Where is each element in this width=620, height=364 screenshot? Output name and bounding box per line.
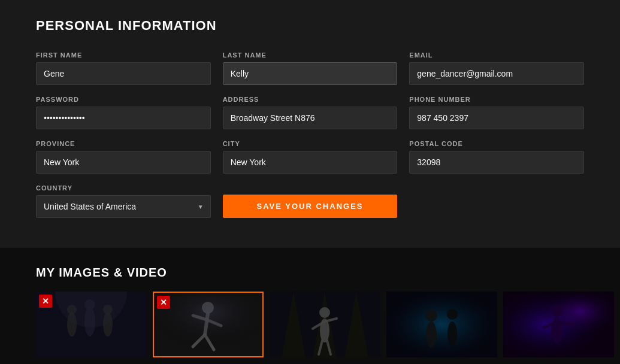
svg-point-31 <box>447 321 457 345</box>
media-thumb-3 <box>270 292 380 357</box>
svg-point-28 <box>425 310 437 321</box>
province-label: PROVINCE <box>36 140 211 147</box>
delete-button-1[interactable]: ✕ <box>39 295 52 308</box>
password-label: PASSWORD <box>36 96 211 103</box>
form-grid: FIRST NAME LAST NAME EMAIL PASSWORD ADDR… <box>36 51 584 218</box>
province-group: PROVINCE <box>36 140 211 174</box>
media-thumb-4 <box>386 292 497 357</box>
last-name-label: LAST NAME <box>223 51 398 59</box>
media-thumb-1-image <box>36 292 147 357</box>
svg-rect-15 <box>154 293 264 357</box>
media-thumb-3-image <box>270 292 380 357</box>
media-thumb-2-image <box>154 293 264 357</box>
media-section: MY IMAGES & VIDEO ✕ ✕ <box>0 248 620 364</box>
empty-cell <box>409 184 584 218</box>
address-input[interactable] <box>223 107 398 129</box>
postal-code-input[interactable] <box>409 151 584 174</box>
personal-info-section: PERSONAL INFORMATION FIRST NAME LAST NAM… <box>0 0 620 248</box>
media-thumb-5 <box>503 292 614 357</box>
email-label: EMAIL <box>409 51 584 59</box>
address-label: ADDRESS <box>223 96 398 103</box>
first-name-group: FIRST NAME <box>36 51 211 85</box>
phone-label: PHONE NUMBER <box>409 96 584 103</box>
delete-button-2[interactable]: ✕ <box>157 296 170 309</box>
phone-input[interactable] <box>409 107 584 129</box>
svg-point-35 <box>551 305 563 317</box>
media-thumb-4-image <box>386 292 497 357</box>
email-input[interactable] <box>409 62 584 85</box>
media-thumb-2: ✕ <box>153 292 264 357</box>
city-label: CITY <box>223 140 398 147</box>
svg-point-20 <box>319 307 330 318</box>
last-name-group: LAST NAME <box>223 51 398 85</box>
media-thumb-1: ✕ <box>36 292 147 357</box>
save-button-group: SAVE YOUR CHANGES <box>223 184 398 218</box>
province-input[interactable] <box>36 151 211 174</box>
section-title: PERSONAL INFORMATION <box>36 18 584 34</box>
country-label: COUNTRY <box>36 184 211 192</box>
postal-code-label: POSTAL CODE <box>409 140 584 147</box>
phone-group: PHONE NUMBER <box>409 96 584 129</box>
password-group: PASSWORD <box>36 96 211 129</box>
last-name-input[interactable] <box>223 62 398 85</box>
postal-code-group: POSTAL CODE <box>409 140 584 174</box>
password-input[interactable] <box>36 107 211 129</box>
first-name-label: FIRST NAME <box>36 51 211 59</box>
media-grid: ✕ ✕ <box>36 292 584 357</box>
media-section-title: MY IMAGES & VIDEO <box>36 266 584 280</box>
email-group: EMAIL <box>409 51 584 85</box>
save-changes-button[interactable]: SAVE YOUR CHANGES <box>223 195 398 218</box>
country-select[interactable]: United States of America Canada United K… <box>36 195 211 218</box>
first-name-input[interactable] <box>36 62 211 85</box>
svg-point-30 <box>447 309 458 320</box>
country-group: COUNTRY United States of America Canada … <box>36 184 211 218</box>
city-input[interactable] <box>223 151 398 174</box>
svg-rect-27 <box>386 292 497 357</box>
media-thumb-5-image <box>503 292 614 357</box>
svg-point-29 <box>426 321 437 348</box>
city-group: CITY <box>223 140 398 174</box>
address-group: ADDRESS <box>223 96 398 129</box>
country-select-wrapper: United States of America Canada United K… <box>36 195 211 218</box>
